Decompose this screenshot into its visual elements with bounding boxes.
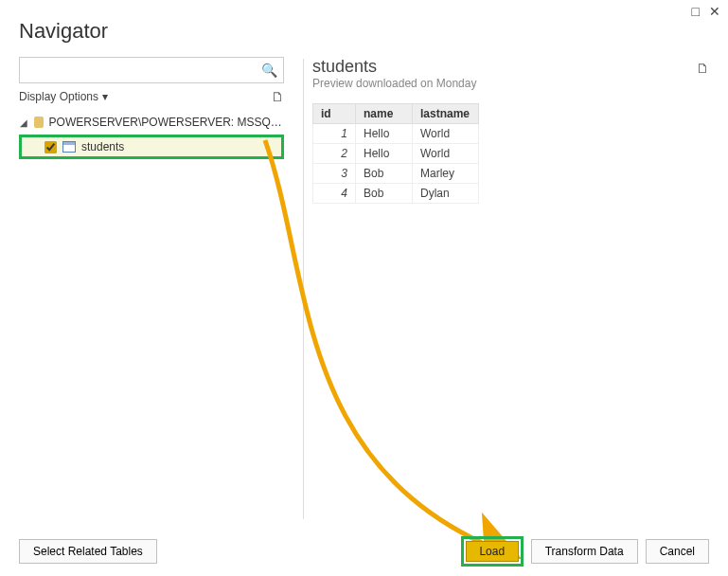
cell-name: Bob [356, 164, 413, 184]
vertical-divider [303, 59, 304, 519]
preview-subtitle: Preview downloaded on Monday [312, 77, 709, 90]
col-id[interactable]: id [313, 104, 356, 124]
collapse-icon[interactable]: ◢ [19, 117, 29, 128]
table-header-row: id name lastname [313, 104, 479, 124]
preview-panel: students Preview downloaded on Monday 🗋 … [312, 57, 709, 204]
footer: Select Related Tables Load Transform Dat… [19, 536, 709, 567]
cell-id: 4 [313, 184, 356, 204]
display-options-dropdown[interactable]: Display Options ▾ [19, 90, 108, 103]
cell-id: 3 [313, 164, 356, 184]
select-related-tables-button[interactable]: Select Related Tables [19, 539, 157, 564]
nav-tree: ◢ POWERSERVER\POWERSERVER: MSSQLDB [1] s… [19, 112, 284, 159]
tree-leaf-label: students [81, 140, 124, 153]
load-button[interactable]: Load [466, 541, 519, 562]
cancel-button[interactable]: Cancel [646, 539, 709, 564]
preview-title: students [312, 57, 709, 77]
tree-root-row[interactable]: ◢ POWERSERVER\POWERSERVER: MSSQLDB [1] [19, 112, 284, 133]
tree-leaf-students[interactable]: students [19, 135, 284, 159]
close-icon[interactable]: ✕ [709, 4, 720, 19]
preview-refresh-icon[interactable]: 🗋 [696, 61, 709, 76]
col-name[interactable]: name [356, 104, 413, 124]
table-row: 3 Bob Marley [313, 164, 479, 184]
search-box[interactable]: 🔍 [19, 57, 284, 83]
search-input[interactable] [26, 63, 261, 78]
cell-lastname: Dylan [413, 184, 479, 204]
display-options-label: Display Options [19, 90, 98, 103]
database-icon [33, 116, 45, 129]
cell-id: 1 [313, 124, 356, 144]
table-row: 4 Bob Dylan [313, 184, 479, 204]
table-row: 1 Hello World [313, 124, 479, 144]
table-row: 2 Hello World [313, 144, 479, 164]
preview-table: id name lastname 1 Hello World 2 Hello W… [312, 103, 479, 204]
chevron-down-icon: ▾ [102, 90, 108, 103]
cell-name: Bob [356, 184, 413, 204]
refresh-icon[interactable]: 🗋 [271, 89, 284, 104]
tree-root-label: POWERSERVER\POWERSERVER: MSSQLDB [1] [49, 116, 284, 129]
cell-lastname: Marley [413, 164, 479, 184]
search-icon[interactable]: 🔍 [261, 63, 277, 78]
table-icon [62, 141, 76, 153]
transform-data-button[interactable]: Transform Data [531, 539, 638, 564]
cell-id: 2 [313, 144, 356, 164]
col-lastname[interactable]: lastname [413, 104, 479, 124]
load-highlight: Load [461, 536, 524, 567]
left-panel: 🔍 Display Options ▾ 🗋 ◢ POWERSERVER\POWE… [19, 57, 284, 159]
cell-name: Hello [356, 124, 413, 144]
page-title: Navigator [19, 19, 108, 44]
cell-name: Hello [356, 144, 413, 164]
maximize-icon[interactable]: □ [692, 4, 700, 19]
students-checkbox[interactable] [44, 141, 57, 153]
cell-lastname: World [413, 144, 479, 164]
cell-lastname: World [413, 124, 479, 144]
